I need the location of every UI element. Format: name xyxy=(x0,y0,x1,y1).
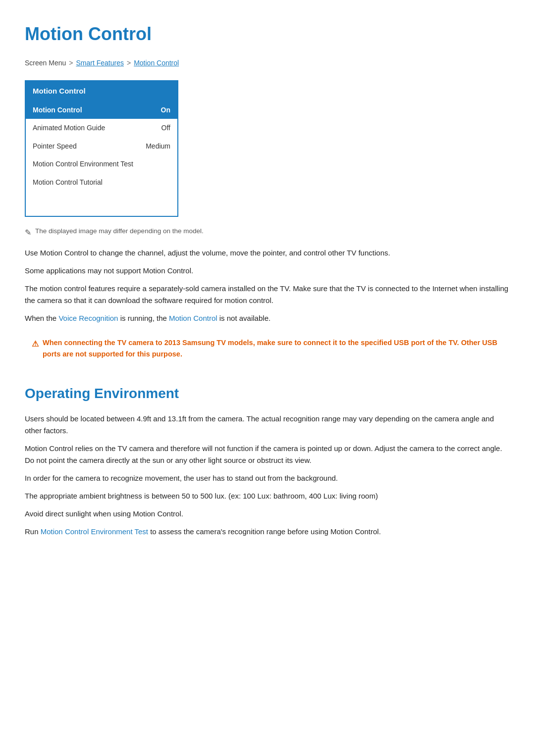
oe-para-4: The appropriate ambient brightness is be… xyxy=(25,490,510,502)
voice-recognition-para: When the Voice Recognition is running, t… xyxy=(25,312,510,324)
breadcrumb-screen-menu: Screen Menu xyxy=(25,57,66,68)
breadcrumb-sep-2: > xyxy=(127,57,131,68)
oe-para-2: Motion Control relies on the TV camera a… xyxy=(25,443,510,466)
warning-icon: ⚠ xyxy=(32,338,39,351)
breadcrumb: Screen Menu > Smart Features > Motion Co… xyxy=(25,57,510,68)
motion-control-link[interactable]: Motion Control xyxy=(169,314,217,322)
oe-last-prefix: Run xyxy=(25,527,41,536)
menu-item-value-1: Off xyxy=(161,122,170,133)
page-title: Motion Control xyxy=(25,20,510,49)
body-para-3: The motion control features require a se… xyxy=(25,283,510,306)
breadcrumb-motion-control[interactable]: Motion Control xyxy=(134,57,179,68)
menu-item-0[interactable]: Motion ControlOn xyxy=(26,101,177,119)
oe-para-3: In order for the camera to recognize mov… xyxy=(25,472,510,484)
menu-item-value-0: On xyxy=(161,104,170,115)
menu-item-4[interactable]: Motion Control Tutorial xyxy=(26,173,177,191)
pencil-icon: ✎ xyxy=(25,226,31,239)
vr-prefix: When the xyxy=(25,314,58,322)
menu-item-value-2: Medium xyxy=(146,141,170,151)
menu-item-label-4: Motion Control Tutorial xyxy=(33,177,103,188)
menu-item-label-0: Motion Control xyxy=(33,104,82,115)
oe-last-para: Run Motion Control Environment Test to a… xyxy=(25,526,510,538)
oe-para-5: Avoid direct sunlight when using Motion … xyxy=(25,508,510,520)
motion-control-env-test-link[interactable]: Motion Control Environment Test xyxy=(41,527,148,536)
oe-last-suffix: to assess the camera's recognition range… xyxy=(148,527,381,536)
menu-item-label-3: Motion Control Environment Test xyxy=(33,158,133,169)
breadcrumb-sep-1: > xyxy=(69,57,73,68)
warning-text-container: ⚠ When connecting the TV camera to 2013 … xyxy=(32,337,503,360)
menu-spacer xyxy=(26,191,177,216)
warning-message: When connecting the TV camera to 2013 Sa… xyxy=(43,337,503,360)
body-para-2: Some applications may not support Motion… xyxy=(25,265,510,277)
body-para-1: Use Motion Control to change the channel… xyxy=(25,247,510,259)
note-text: The displayed image may differ depending… xyxy=(35,226,204,237)
oe-para-1: Users should be located between 4.9ft an… xyxy=(25,413,510,437)
menu-box: Motion Control Motion ControlOnAnimated … xyxy=(25,80,178,217)
note-row: ✎ The displayed image may differ dependi… xyxy=(25,226,510,239)
menu-item-label-1: Animated Motion Guide xyxy=(33,122,105,133)
menu-box-title: Motion Control xyxy=(26,81,177,101)
menu-item-1[interactable]: Animated Motion GuideOff xyxy=(26,119,177,137)
menu-item-label-2: Pointer Speed xyxy=(33,141,77,151)
voice-recognition-link[interactable]: Voice Recognition xyxy=(58,314,118,322)
breadcrumb-smart-features[interactable]: Smart Features xyxy=(76,57,123,68)
vr-middle: is running, the xyxy=(118,314,169,322)
warning-box: ⚠ When connecting the TV camera to 2013 … xyxy=(25,332,510,365)
vr-suffix: is not available. xyxy=(217,314,271,322)
menu-item-3[interactable]: Motion Control Environment Test xyxy=(26,155,177,173)
section2-title: Operating Environment xyxy=(25,383,510,405)
menu-item-2[interactable]: Pointer SpeedMedium xyxy=(26,137,177,155)
